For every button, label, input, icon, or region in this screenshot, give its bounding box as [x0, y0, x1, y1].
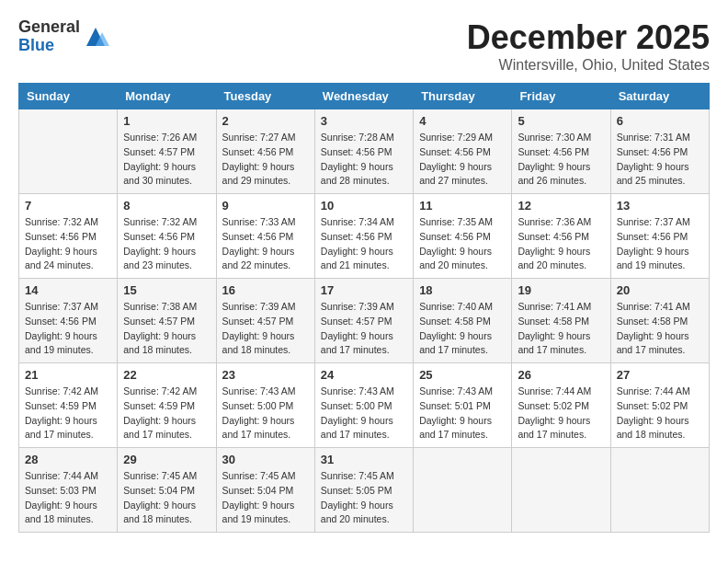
week-row-4: 21Sunrise: 7:42 AMSunset: 4:59 PMDayligh…	[19, 363, 710, 448]
week-row-3: 14Sunrise: 7:37 AMSunset: 4:56 PMDayligh…	[19, 279, 710, 363]
day-number: 5	[518, 114, 604, 128]
header-tuesday: Tuesday	[216, 84, 314, 109]
week-row-1: 1Sunrise: 7:26 AMSunset: 4:57 PMDaylight…	[19, 109, 710, 194]
day-number: 1	[123, 114, 210, 128]
day-info: Sunrise: 7:34 AMSunset: 4:56 PMDaylight:…	[321, 215, 407, 273]
calendar-cell	[512, 448, 610, 533]
logo-general: General	[18, 18, 80, 37]
day-number: 14	[25, 283, 111, 297]
logo: General Blue	[18, 18, 109, 55]
day-number: 25	[419, 368, 506, 382]
day-info: Sunrise: 7:28 AMSunset: 4:56 PMDaylight:…	[321, 131, 407, 189]
day-info: Sunrise: 7:26 AMSunset: 4:57 PMDaylight:…	[123, 131, 210, 189]
title-block: December 2025 Wintersville, Ohio, United…	[467, 18, 710, 74]
calendar-cell: 14Sunrise: 7:37 AMSunset: 4:56 PMDayligh…	[19, 279, 118, 363]
header-friday: Friday	[512, 84, 610, 109]
month-title: December 2025	[467, 18, 710, 57]
logo-blue: Blue	[18, 37, 80, 55]
day-info: Sunrise: 7:36 AMSunset: 4:56 PMDaylight:…	[518, 215, 604, 273]
day-number: 29	[123, 453, 210, 466]
day-info: Sunrise: 7:43 AMSunset: 5:01 PMDaylight:…	[419, 385, 506, 442]
calendar-cell: 13Sunrise: 7:37 AMSunset: 4:56 PMDayligh…	[610, 194, 709, 279]
calendar-cell: 22Sunrise: 7:42 AMSunset: 4:59 PMDayligh…	[118, 363, 216, 448]
day-info: Sunrise: 7:33 AMSunset: 4:56 PMDaylight:…	[222, 215, 309, 273]
calendar-cell: 7Sunrise: 7:32 AMSunset: 4:56 PMDaylight…	[19, 194, 118, 279]
calendar-cell: 25Sunrise: 7:43 AMSunset: 5:01 PMDayligh…	[414, 363, 512, 448]
day-info: Sunrise: 7:32 AMSunset: 4:56 PMDaylight:…	[123, 215, 210, 273]
day-number: 31	[321, 453, 407, 466]
day-info: Sunrise: 7:43 AMSunset: 5:00 PMDaylight:…	[222, 385, 309, 442]
calendar-cell: 6Sunrise: 7:31 AMSunset: 4:56 PMDaylight…	[610, 109, 709, 194]
day-info: Sunrise: 7:42 AMSunset: 4:59 PMDaylight:…	[25, 385, 111, 442]
day-number: 15	[123, 283, 210, 297]
header-monday: Monday	[118, 84, 216, 109]
calendar-cell: 2Sunrise: 7:27 AMSunset: 4:56 PMDaylight…	[216, 109, 314, 194]
day-number: 9	[222, 199, 309, 213]
page-header: General Blue December 2025 Wintersville,…	[18, 18, 710, 74]
calendar-table: SundayMondayTuesdayWednesdayThursdayFrid…	[18, 83, 710, 533]
day-number: 4	[419, 114, 506, 128]
calendar-cell: 29Sunrise: 7:45 AMSunset: 5:04 PMDayligh…	[118, 448, 216, 533]
day-number: 8	[123, 199, 210, 213]
calendar-header-row: SundayMondayTuesdayWednesdayThursdayFrid…	[19, 84, 710, 109]
calendar-cell: 28Sunrise: 7:44 AMSunset: 5:03 PMDayligh…	[19, 448, 118, 533]
day-number: 3	[321, 114, 407, 128]
calendar-cell	[19, 109, 118, 194]
calendar-cell: 1Sunrise: 7:26 AMSunset: 4:57 PMDaylight…	[118, 109, 216, 194]
day-info: Sunrise: 7:39 AMSunset: 4:57 PMDaylight:…	[321, 300, 407, 358]
header-saturday: Saturday	[610, 84, 709, 109]
day-info: Sunrise: 7:32 AMSunset: 4:56 PMDaylight:…	[25, 215, 111, 273]
calendar-cell: 15Sunrise: 7:38 AMSunset: 4:57 PMDayligh…	[118, 279, 216, 363]
day-info: Sunrise: 7:42 AMSunset: 4:59 PMDaylight:…	[123, 385, 210, 442]
day-info: Sunrise: 7:44 AMSunset: 5:02 PMDaylight:…	[617, 385, 703, 442]
day-info: Sunrise: 7:40 AMSunset: 4:58 PMDaylight:…	[419, 300, 506, 358]
location: Wintersville, Ohio, United States	[467, 57, 710, 74]
day-number: 6	[617, 114, 703, 128]
day-number: 16	[222, 283, 309, 297]
day-info: Sunrise: 7:45 AMSunset: 5:04 PMDaylight:…	[123, 469, 210, 527]
day-number: 7	[25, 199, 111, 213]
day-info: Sunrise: 7:41 AMSunset: 4:58 PMDaylight:…	[518, 300, 604, 358]
day-info: Sunrise: 7:37 AMSunset: 4:56 PMDaylight:…	[25, 300, 111, 358]
calendar-cell: 8Sunrise: 7:32 AMSunset: 4:56 PMDaylight…	[118, 194, 216, 279]
day-number: 17	[321, 283, 407, 297]
day-number: 12	[518, 199, 604, 213]
calendar-cell	[414, 448, 512, 533]
calendar-cell: 10Sunrise: 7:34 AMSunset: 4:56 PMDayligh…	[314, 194, 413, 279]
calendar-cell: 31Sunrise: 7:45 AMSunset: 5:05 PMDayligh…	[314, 448, 413, 533]
day-number: 21	[25, 368, 111, 382]
day-number: 13	[617, 199, 703, 213]
day-number: 10	[321, 199, 407, 213]
day-number: 24	[321, 368, 407, 382]
day-number: 27	[617, 368, 703, 382]
day-info: Sunrise: 7:43 AMSunset: 5:00 PMDaylight:…	[321, 385, 407, 442]
day-info: Sunrise: 7:45 AMSunset: 5:04 PMDaylight:…	[222, 469, 309, 527]
day-info: Sunrise: 7:30 AMSunset: 4:56 PMDaylight:…	[518, 131, 604, 189]
day-number: 23	[222, 368, 309, 382]
day-info: Sunrise: 7:38 AMSunset: 4:57 PMDaylight:…	[123, 300, 210, 358]
week-row-2: 7Sunrise: 7:32 AMSunset: 4:56 PMDaylight…	[19, 194, 710, 279]
calendar-cell: 18Sunrise: 7:40 AMSunset: 4:58 PMDayligh…	[414, 279, 512, 363]
calendar-cell: 9Sunrise: 7:33 AMSunset: 4:56 PMDaylight…	[216, 194, 314, 279]
day-info: Sunrise: 7:35 AMSunset: 4:56 PMDaylight:…	[419, 215, 506, 273]
day-number: 19	[518, 283, 604, 297]
calendar-cell: 17Sunrise: 7:39 AMSunset: 4:57 PMDayligh…	[314, 279, 413, 363]
calendar-cell: 3Sunrise: 7:28 AMSunset: 4:56 PMDaylight…	[314, 109, 413, 194]
calendar-cell: 12Sunrise: 7:36 AMSunset: 4:56 PMDayligh…	[512, 194, 610, 279]
day-number: 26	[518, 368, 604, 382]
day-number: 20	[617, 283, 703, 297]
day-info: Sunrise: 7:41 AMSunset: 4:58 PMDaylight:…	[617, 300, 703, 358]
calendar-cell: 27Sunrise: 7:44 AMSunset: 5:02 PMDayligh…	[610, 363, 709, 448]
calendar-cell: 4Sunrise: 7:29 AMSunset: 4:56 PMDaylight…	[414, 109, 512, 194]
calendar-cell: 26Sunrise: 7:44 AMSunset: 5:02 PMDayligh…	[512, 363, 610, 448]
calendar-cell: 24Sunrise: 7:43 AMSunset: 5:00 PMDayligh…	[314, 363, 413, 448]
day-info: Sunrise: 7:44 AMSunset: 5:03 PMDaylight:…	[25, 469, 111, 527]
header-wednesday: Wednesday	[314, 84, 413, 109]
logo-icon	[82, 23, 109, 51]
day-number: 22	[123, 368, 210, 382]
day-number: 18	[419, 283, 506, 297]
calendar-cell: 23Sunrise: 7:43 AMSunset: 5:00 PMDayligh…	[216, 363, 314, 448]
calendar-cell: 20Sunrise: 7:41 AMSunset: 4:58 PMDayligh…	[610, 279, 709, 363]
header-thursday: Thursday	[414, 84, 512, 109]
calendar-cell: 19Sunrise: 7:41 AMSunset: 4:58 PMDayligh…	[512, 279, 610, 363]
